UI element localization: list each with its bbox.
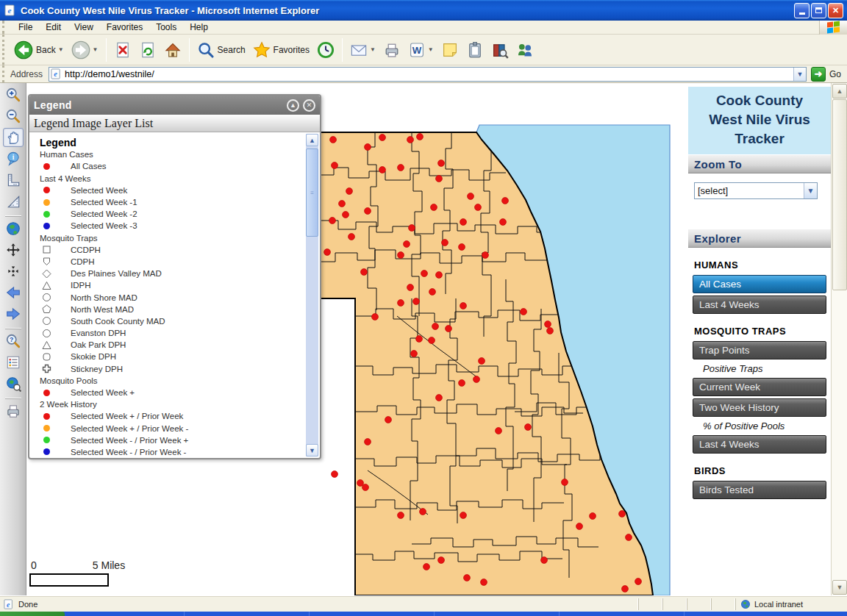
toolbar-mail-button[interactable]: ▼ [347,40,379,60]
toolbar-research-button[interactable] [488,40,512,60]
legend-panel-title: Legend [34,99,283,111]
case-dot [460,219,467,226]
layer-list-icon [5,354,21,370]
scale-bar-rect [29,573,109,587]
case-dot [619,511,626,517]
toolbar-print-button[interactable] [380,40,404,60]
legend-panel: Legend ▲ ✕ Legend Image Layer List Legen… [28,94,321,459]
explorer-button-last-4-weeks[interactable]: Last 4 Weeks [693,296,826,314]
explorer-button-last-4-weeks[interactable]: Last 4 Weeks [693,435,826,454]
page-scroll-up-button[interactable]: ▲ [832,84,847,99]
menu-view[interactable]: View [68,21,100,34]
address-input[interactable]: e http://demo1/westnile/ ▼ [49,67,807,82]
legend-panel-titlebar[interactable]: Legend ▲ ✕ [29,96,320,115]
maximize-button[interactable] [811,3,826,18]
explorer-button-all-cases[interactable]: All Cases [693,275,826,293]
minimize-button[interactable] [794,3,810,18]
tool-measure-area-button[interactable] [3,192,24,211]
toolbar-word-dropdown-icon[interactable]: ▼ [428,46,434,53]
toolbar-note-button[interactable] [438,40,462,60]
page-scrollbar[interactable]: ▲ ▼ [831,83,847,595]
tool-back-extent-button[interactable] [3,283,24,302]
tool-full-extent-button[interactable] [3,219,24,238]
tool-zoom-select-button[interactable] [3,262,24,281]
toolbar-home-button[interactable] [161,40,185,60]
menu-file[interactable]: File [12,21,39,34]
tool-layer-list-button[interactable] [3,353,24,372]
menu-edit[interactable]: Edit [39,21,68,34]
tool-pan-button[interactable] [3,128,24,147]
messenger-icon [516,41,534,59]
toolbar-history-button[interactable] [314,40,337,60]
go-button[interactable]: ➜ Go [811,67,841,82]
toolbar-back-dropdown-icon[interactable]: ▼ [58,46,64,53]
page-scroll-down-button[interactable]: ▼ [832,580,847,595]
case-dot [500,219,507,226]
explorer-button-trap-points[interactable]: Trap Points [693,341,826,359]
tool-pan-arrows-button[interactable] [3,240,24,259]
toolbar-mail-dropdown-icon[interactable]: ▼ [370,46,376,53]
menu-tools[interactable]: Tools [149,21,183,34]
toolbar-stop-button[interactable] [111,40,135,60]
close-button[interactable]: ✕ [828,3,843,18]
toolbar-messenger-button[interactable] [513,40,537,60]
toolbar-search-button[interactable]: Search [194,40,249,60]
back-extent-icon [5,284,21,301]
security-zone-label: Local intranet [754,600,803,609]
tool-zoom-out-button[interactable] [3,107,24,126]
tool-find-button[interactable]: ? [3,332,24,351]
toolbar-forward-button[interactable]: ▼ [68,39,101,61]
case-dot [398,165,404,171]
windows-flag-icon [819,21,847,35]
case-dot [482,252,489,259]
tool-print-map-button[interactable] [3,401,24,420]
address-dropdown-button[interactable]: ▼ [793,68,806,81]
legend-row: All Cases [31,160,306,172]
legend-scroll-thumb[interactable]: ≡ [306,148,318,237]
zoom-to-select-arrow-icon[interactable]: ▼ [804,183,817,198]
page-scroll-thumb[interactable] [832,99,847,290]
case-dot [404,241,410,248]
legend-scroll-down-button[interactable]: ▼ [306,444,318,456]
legend-scroll-up-button[interactable]: ▲ [306,134,318,146]
legend-label: Selected Week + / Prior Week [71,412,183,420]
legend-scrollbar[interactable]: ▲ ≡ ▼ [306,134,318,456]
menu-favorites[interactable]: Favorites [100,21,149,34]
tool-forward-extent-button[interactable] [3,304,24,323]
address-bar: Address e http://demo1/westnile/ ▼ ➜ Go [0,65,847,83]
zoom-to-select[interactable]: [select] ▼ [694,182,818,199]
legend-item-list: LegendHuman CasesAll CasesLast 4 WeeksSe… [31,134,306,456]
windows-taskbar[interactable] [0,612,847,616]
toolbar-clipboard-button[interactable] [463,40,487,60]
legend-label: 2 Week History [40,400,97,409]
legend-collapse-button[interactable]: ▲ [287,99,299,112]
tool-overview-map-button[interactable] [3,374,24,393]
scale-zero-label: 0 [31,559,37,571]
legend-marker-shield-icon [41,257,51,266]
legend-row: North Shore MAD [31,291,306,303]
explorer-button-birds-tested[interactable]: Birds Tested [693,481,826,499]
app-title-line: West Nile Virus [691,110,828,129]
toolbar-word-button[interactable]: W▼ [405,40,437,60]
toolbar-refresh-button[interactable] [136,40,160,60]
case-dot [460,512,467,519]
toolbar-back-button[interactable]: Back▼ [11,39,67,61]
menubar-grip[interactable] [2,21,7,34]
full-extent-icon [5,221,21,237]
toolbar-grip[interactable] [2,35,7,65]
explorer-button-current-week[interactable]: Current Week [693,378,826,396]
explorer-button-two-week-history[interactable]: Two Week History [693,398,826,417]
case-dot [436,176,443,182]
legend-row: Selected Week + / Prior Week - [31,423,306,434]
legend-close-button[interactable]: ✕ [303,99,315,112]
toolbar-favorites-button[interactable]: Favorites [250,40,312,60]
toolbar-forward-dropdown-icon[interactable]: ▼ [93,46,99,53]
addressbar-grip[interactable] [2,65,7,82]
tool-identify-button[interactable]: i [3,149,24,168]
menu-help[interactable]: Help [183,21,215,34]
browser-content: i? [0,83,847,595]
start-button[interactable] [0,612,65,616]
tool-zoom-in-button[interactable] [3,85,24,104]
tool-measure-button[interactable] [3,171,24,190]
case-dot [346,188,353,195]
